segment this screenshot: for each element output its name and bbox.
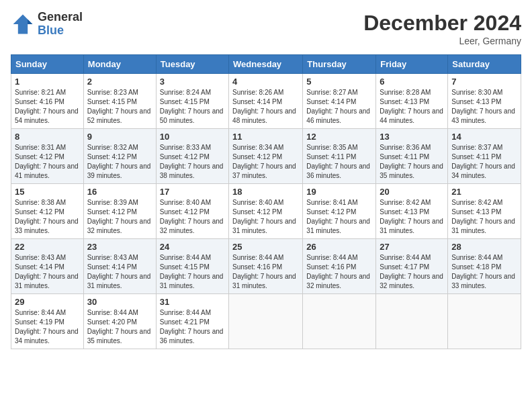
day-info: Sunrise: 8:44 AMSunset: 4:16 PMDaylight:… xyxy=(232,253,299,291)
day-number: 2 xyxy=(87,77,152,87)
day-info: Sunrise: 8:28 AMSunset: 4:13 PMDaylight:… xyxy=(380,88,444,126)
location: Leer, Germany xyxy=(363,36,521,46)
calendar-cell: 31 Sunrise: 8:44 AMSunset: 4:21 PMDaylig… xyxy=(156,294,228,349)
day-info: Sunrise: 8:44 AMSunset: 4:16 PMDaylight:… xyxy=(306,253,372,291)
day-info: Sunrise: 8:39 AMSunset: 4:12 PMDaylight:… xyxy=(87,198,152,236)
page-header: General Blue December 2024 Leer, Germany xyxy=(11,11,521,46)
day-info: Sunrise: 8:21 AMSunset: 4:16 PMDaylight:… xyxy=(15,88,80,126)
calendar-cell: 29 Sunrise: 8:44 AMSunset: 4:19 PMDaylig… xyxy=(11,294,84,349)
day-info: Sunrise: 8:44 AMSunset: 4:17 PMDaylight:… xyxy=(380,253,444,291)
day-number: 13 xyxy=(380,132,444,142)
weekday-header-row: SundayMondayTuesdayWednesdayThursdayFrid… xyxy=(11,55,521,74)
calendar-cell xyxy=(448,294,521,349)
day-number: 20 xyxy=(380,187,444,197)
day-info: Sunrise: 8:23 AMSunset: 4:15 PMDaylight:… xyxy=(87,88,152,126)
calendar-cell: 3 Sunrise: 8:24 AMSunset: 4:15 PMDayligh… xyxy=(156,74,228,129)
calendar-cell: 18 Sunrise: 8:40 AMSunset: 4:12 PMDaylig… xyxy=(229,184,303,239)
calendar-cell: 14 Sunrise: 8:37 AMSunset: 4:11 PMDaylig… xyxy=(448,129,521,184)
day-number: 31 xyxy=(160,297,225,307)
day-number: 24 xyxy=(160,242,225,252)
day-info: Sunrise: 8:26 AMSunset: 4:14 PMDaylight:… xyxy=(232,88,299,126)
day-number: 18 xyxy=(232,187,299,197)
day-info: Sunrise: 8:43 AMSunset: 4:14 PMDaylight:… xyxy=(87,253,152,291)
month-title: December 2024 xyxy=(363,11,521,36)
day-info: Sunrise: 8:27 AMSunset: 4:14 PMDaylight:… xyxy=(306,88,372,126)
weekday-header-sunday: Sunday xyxy=(11,55,84,74)
day-number: 3 xyxy=(160,77,225,87)
calendar-cell: 30 Sunrise: 8:44 AMSunset: 4:20 PMDaylig… xyxy=(83,294,156,349)
day-number: 12 xyxy=(306,132,372,142)
calendar-cell: 6 Sunrise: 8:28 AMSunset: 4:13 PMDayligh… xyxy=(376,74,448,129)
weekday-header-tuesday: Tuesday xyxy=(156,55,228,74)
day-number: 9 xyxy=(87,132,152,142)
calendar-cell: 11 Sunrise: 8:34 AMSunset: 4:12 PMDaylig… xyxy=(229,129,303,184)
day-number: 19 xyxy=(306,187,372,197)
day-number: 21 xyxy=(451,187,517,197)
day-number: 30 xyxy=(87,297,152,307)
calendar-cell: 15 Sunrise: 8:38 AMSunset: 4:12 PMDaylig… xyxy=(11,184,84,239)
week-row-1: 1 Sunrise: 8:21 AMSunset: 4:16 PMDayligh… xyxy=(11,74,521,129)
calendar-cell: 24 Sunrise: 8:44 AMSunset: 4:15 PMDaylig… xyxy=(156,239,228,294)
logo-icon xyxy=(11,12,35,36)
day-number: 8 xyxy=(15,132,80,142)
calendar-cell: 16 Sunrise: 8:39 AMSunset: 4:12 PMDaylig… xyxy=(83,184,156,239)
day-number: 16 xyxy=(87,187,152,197)
calendar-cell: 21 Sunrise: 8:42 AMSunset: 4:13 PMDaylig… xyxy=(448,184,521,239)
weekday-header-friday: Friday xyxy=(376,55,448,74)
day-number: 7 xyxy=(451,77,517,87)
day-number: 22 xyxy=(15,242,80,252)
day-number: 1 xyxy=(15,77,80,87)
week-row-3: 15 Sunrise: 8:38 AMSunset: 4:12 PMDaylig… xyxy=(11,184,521,239)
calendar-cell: 1 Sunrise: 8:21 AMSunset: 4:16 PMDayligh… xyxy=(11,74,84,129)
logo-text: General Blue xyxy=(38,11,83,38)
day-number: 15 xyxy=(15,187,80,197)
day-number: 23 xyxy=(87,242,152,252)
day-info: Sunrise: 8:32 AMSunset: 4:12 PMDaylight:… xyxy=(87,143,152,181)
title-block: December 2024 Leer, Germany xyxy=(363,11,521,46)
calendar-cell: 19 Sunrise: 8:41 AMSunset: 4:12 PMDaylig… xyxy=(303,184,376,239)
calendar-cell: 2 Sunrise: 8:23 AMSunset: 4:15 PMDayligh… xyxy=(83,74,156,129)
calendar-cell: 7 Sunrise: 8:30 AMSunset: 4:13 PMDayligh… xyxy=(448,74,521,129)
calendar-cell: 25 Sunrise: 8:44 AMSunset: 4:16 PMDaylig… xyxy=(229,239,303,294)
calendar-cell xyxy=(229,294,303,349)
week-row-4: 22 Sunrise: 8:43 AMSunset: 4:14 PMDaylig… xyxy=(11,239,521,294)
day-info: Sunrise: 8:35 AMSunset: 4:11 PMDaylight:… xyxy=(306,143,372,181)
day-info: Sunrise: 8:31 AMSunset: 4:12 PMDaylight:… xyxy=(15,143,80,181)
day-number: 28 xyxy=(451,242,517,252)
day-number: 17 xyxy=(160,187,225,197)
day-info: Sunrise: 8:42 AMSunset: 4:13 PMDaylight:… xyxy=(451,198,517,236)
day-number: 27 xyxy=(380,242,444,252)
calendar-cell: 12 Sunrise: 8:35 AMSunset: 4:11 PMDaylig… xyxy=(303,129,376,184)
calendar-cell: 4 Sunrise: 8:26 AMSunset: 4:14 PMDayligh… xyxy=(229,74,303,129)
day-number: 29 xyxy=(15,297,80,307)
calendar: SundayMondayTuesdayWednesdayThursdayFrid… xyxy=(11,54,521,349)
day-info: Sunrise: 8:44 AMSunset: 4:20 PMDaylight:… xyxy=(87,308,152,346)
day-number: 14 xyxy=(451,132,517,142)
day-info: Sunrise: 8:40 AMSunset: 4:12 PMDaylight:… xyxy=(232,198,299,236)
day-info: Sunrise: 8:36 AMSunset: 4:11 PMDaylight:… xyxy=(380,143,444,181)
weekday-header-wednesday: Wednesday xyxy=(229,55,303,74)
calendar-cell xyxy=(376,294,448,349)
calendar-cell: 13 Sunrise: 8:36 AMSunset: 4:11 PMDaylig… xyxy=(376,129,448,184)
day-info: Sunrise: 8:24 AMSunset: 4:15 PMDaylight:… xyxy=(160,88,225,126)
day-info: Sunrise: 8:30 AMSunset: 4:13 PMDaylight:… xyxy=(451,88,517,126)
day-number: 5 xyxy=(306,77,372,87)
day-info: Sunrise: 8:44 AMSunset: 4:19 PMDaylight:… xyxy=(15,308,80,346)
week-row-2: 8 Sunrise: 8:31 AMSunset: 4:12 PMDayligh… xyxy=(11,129,521,184)
calendar-cell: 9 Sunrise: 8:32 AMSunset: 4:12 PMDayligh… xyxy=(83,129,156,184)
day-info: Sunrise: 8:40 AMSunset: 4:12 PMDaylight:… xyxy=(160,198,225,236)
day-info: Sunrise: 8:44 AMSunset: 4:18 PMDaylight:… xyxy=(451,253,517,291)
logo: General Blue xyxy=(11,11,83,38)
calendar-cell: 10 Sunrise: 8:33 AMSunset: 4:12 PMDaylig… xyxy=(156,129,228,184)
day-info: Sunrise: 8:34 AMSunset: 4:12 PMDaylight:… xyxy=(232,143,299,181)
weekday-header-monday: Monday xyxy=(83,55,156,74)
day-info: Sunrise: 8:44 AMSunset: 4:21 PMDaylight:… xyxy=(160,308,225,346)
day-number: 11 xyxy=(232,132,299,142)
day-info: Sunrise: 8:43 AMSunset: 4:14 PMDaylight:… xyxy=(15,253,80,291)
day-number: 26 xyxy=(306,242,372,252)
calendar-cell: 8 Sunrise: 8:31 AMSunset: 4:12 PMDayligh… xyxy=(11,129,84,184)
calendar-cell: 27 Sunrise: 8:44 AMSunset: 4:17 PMDaylig… xyxy=(376,239,448,294)
calendar-cell: 22 Sunrise: 8:43 AMSunset: 4:14 PMDaylig… xyxy=(11,239,84,294)
day-number: 4 xyxy=(232,77,299,87)
weekday-header-saturday: Saturday xyxy=(448,55,521,74)
